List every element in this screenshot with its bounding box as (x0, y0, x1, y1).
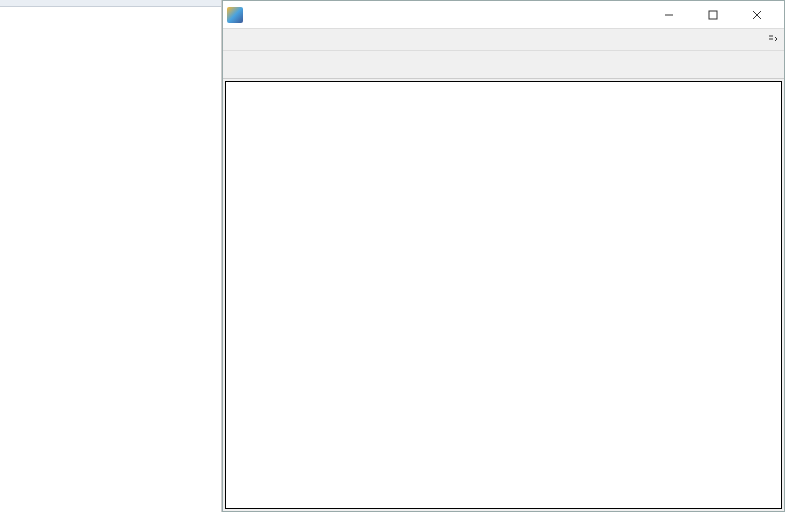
close-button[interactable] (736, 4, 778, 26)
command-window-title (0, 0, 221, 7)
maximize-button[interactable] (692, 4, 734, 26)
matlab-icon (227, 7, 243, 23)
svg-rect-1 (709, 11, 717, 19)
fx-prompt[interactable] (10, 13, 217, 32)
subplot-2-surf[interactable] (266, 304, 761, 500)
command-body[interactable] (0, 7, 221, 512)
figure-titlebar[interactable] (223, 1, 784, 29)
subplot-1-mesh[interactable] (266, 91, 761, 287)
menu-dropdown-icon[interactable] (766, 32, 780, 46)
figure-toolbar (223, 51, 784, 79)
figure-menubar (223, 29, 784, 51)
figure-canvas (225, 81, 782, 509)
figure-window (222, 0, 785, 512)
command-window (0, 0, 222, 512)
minimize-button[interactable] (648, 4, 690, 26)
